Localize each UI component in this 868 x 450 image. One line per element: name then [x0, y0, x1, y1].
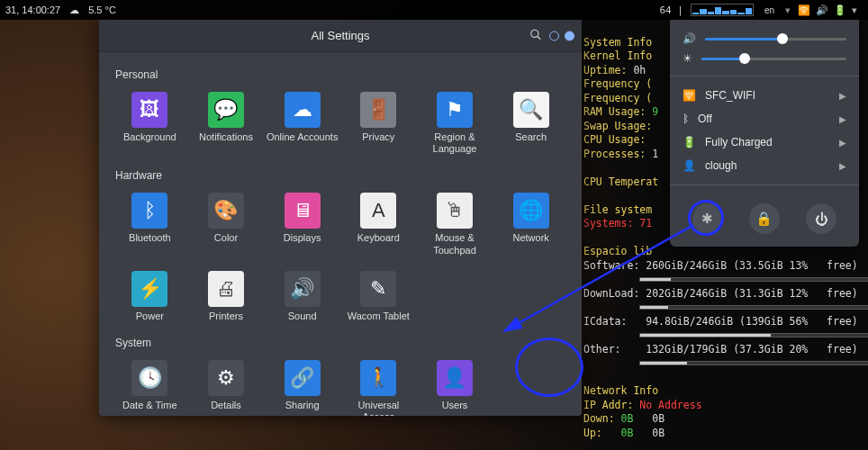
settings-window: All Settings Personal 🖼Background 💬Notif… — [99, 20, 582, 416]
menu-wifi[interactable]: 🛜SFC_WIFI ▶ — [670, 84, 859, 107]
language-indicator[interactable]: en — [761, 5, 778, 15]
power-button[interactable]: ⏻ — [806, 203, 836, 234]
settings-button[interactable]: ✱ — [692, 203, 723, 234]
chevron-right-icon: ▶ — [839, 161, 846, 171]
fs-row: Other: 132GiB/179GiB (37.3GiB 20% free) — [583, 343, 858, 356]
svg-line-1 — [538, 36, 541, 40]
settings-title: All Settings — [311, 29, 369, 42]
privacy-icon: 🚪 — [360, 92, 396, 128]
window-min-icon[interactable] — [549, 31, 559, 40]
battery-icon: 🔋 — [683, 136, 696, 148]
tray-chevron-icon[interactable]: ▾ — [852, 4, 857, 16]
window-max-icon[interactable] — [565, 31, 574, 40]
chevron-right-icon: ▶ — [839, 114, 846, 124]
section-hardware-label: Hardware — [115, 169, 569, 182]
weather-icon: ☁ — [69, 4, 79, 16]
power-icon: ⚡ — [131, 271, 167, 307]
svg-point-0 — [531, 30, 538, 37]
tile-wacom[interactable]: ✎Wacom Tablet — [340, 266, 417, 328]
sound-icon: 🔊 — [285, 271, 321, 307]
tile-region-language[interactable]: ⚑Region & Language — [417, 86, 493, 160]
top-bar: 31, 14:00:27 ☁ 5.5 °C 64 | en ▾ 🛜 🔊 🔋 ▾ — [0, 0, 868, 20]
color-icon: 🎨 — [208, 193, 244, 229]
battery-tray-icon[interactable]: 🔋 — [834, 4, 846, 16]
volume-tray-icon[interactable]: 🔊 — [816, 4, 828, 16]
network-icon: 🌐 — [513, 193, 549, 229]
wifi-icon: 🛜 — [683, 89, 696, 102]
settings-header: All Settings — [99, 20, 582, 52]
tile-keyboard[interactable]: AKeyboard — [340, 187, 417, 261]
tile-bluetooth[interactable]: ᛒBluetooth — [112, 187, 188, 261]
menu-battery[interactable]: 🔋Fully Charged ▶ — [670, 130, 859, 154]
tile-search[interactable]: 🔍Search — [493, 86, 569, 160]
fs-row: DownLoad: 202GiB/246GiB (31.3GiB 12% fre… — [583, 287, 858, 300]
wifi-tray-icon[interactable]: 🛜 — [798, 4, 810, 16]
cloud-icon: ☁ — [285, 92, 321, 128]
tile-network[interactable]: 🌐Network — [493, 187, 569, 261]
cpu-graph — [691, 4, 754, 16]
chevron-right-icon: ▶ — [839, 91, 846, 101]
tile-privacy[interactable]: 🚪Privacy — [340, 86, 417, 160]
users-icon: 👤 — [437, 360, 473, 396]
displays-icon: 🖥 — [285, 193, 321, 229]
temperature: 5.5 °C — [88, 4, 116, 15]
accessibility-icon: 🚶 — [360, 360, 396, 396]
tile-universal-access[interactable]: 🚶Universal Access — [340, 355, 417, 416]
user-icon: 👤 — [683, 159, 696, 172]
tile-power[interactable]: ⚡Power — [112, 266, 188, 328]
tile-online-accounts[interactable]: ☁Online Accounts — [264, 86, 340, 160]
clock-icon: 🕓 — [131, 360, 167, 396]
fs-row: Software: 260GiB/246GiB (33.5GiB 13% fre… — [583, 259, 858, 272]
tile-color[interactable]: 🎨Color — [188, 187, 265, 261]
menu-separator — [670, 184, 859, 185]
tile-users[interactable]: 👤Users — [417, 355, 493, 416]
brightness-slider[interactable]: ☀ — [670, 49, 859, 68]
wacom-icon: ✎ — [360, 271, 396, 307]
menu-user[interactable]: 👤clough ▶ — [670, 154, 859, 177]
tile-date-time[interactable]: 🕓Date & Time — [112, 355, 188, 416]
cpu-suffix: 64 | — [659, 4, 683, 16]
notifications-icon: 💬 — [208, 92, 244, 128]
tile-mouse-touchpad[interactable]: 🖱Mouse & Touchpad — [417, 187, 493, 261]
tile-details[interactable]: ⚙Details — [188, 355, 265, 416]
sharing-icon: 🔗 — [285, 360, 321, 396]
clock: 31, 14:00:27 — [5, 4, 60, 15]
lock-button[interactable]: 🔒 — [749, 203, 780, 234]
volume-icon: 🔊 — [683, 32, 696, 45]
menu-bluetooth[interactable]: ᛒOff ▶ — [670, 107, 859, 130]
printers-icon: 🖨 — [208, 271, 244, 307]
tile-notifications[interactable]: 💬Notifications — [188, 86, 265, 160]
tile-sound[interactable]: 🔊Sound — [264, 266, 340, 328]
fs-row: ICdata: 94.8GiB/246GiB (139GiB 56% free) — [583, 315, 858, 328]
bluetooth-menu-icon: ᛒ — [683, 112, 689, 125]
tile-background[interactable]: 🖼Background — [112, 86, 188, 160]
keyboard-icon: A — [360, 193, 396, 229]
section-personal-label: Personal — [115, 68, 569, 81]
tile-sharing[interactable]: 🔗Sharing — [264, 355, 340, 416]
flag-icon: ⚑ — [437, 92, 473, 128]
search-icon[interactable] — [529, 28, 542, 43]
mouse-icon: 🖱 — [437, 193, 473, 229]
chevron-right-icon: ▶ — [839, 138, 846, 148]
bluetooth-icon: ᛒ — [131, 193, 167, 229]
volume-slider[interactable]: 🔊 — [670, 29, 859, 49]
section-system-label: System — [115, 337, 569, 349]
gear-icon: ⚙ — [208, 360, 244, 396]
search-tile-icon: 🔍 — [513, 92, 549, 128]
system-menu: 🔊 ☀ 🛜SFC_WIFI ▶ ᛒOff ▶ 🔋Fully Charged ▶ … — [670, 20, 859, 247]
menu-separator — [670, 76, 859, 76]
tile-displays[interactable]: 🖥Displays — [264, 187, 340, 261]
brightness-icon: ☀ — [683, 52, 692, 65]
tile-printers[interactable]: 🖨Printers — [188, 266, 265, 328]
background-icon: 🖼 — [131, 92, 167, 128]
